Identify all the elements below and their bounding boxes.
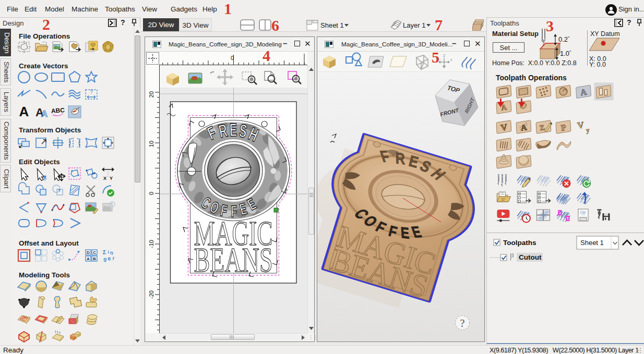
svg-text:Toolpaths: Toolpaths xyxy=(503,239,536,247)
svg-text:A: A xyxy=(19,104,29,119)
svg-text:C: C xyxy=(93,250,96,255)
svg-text:0: 0 xyxy=(231,55,234,61)
svg-text:B: B xyxy=(93,257,96,261)
svg-text:E: E xyxy=(229,120,237,140)
svg-text:Sheet 1: Sheet 1 xyxy=(580,239,604,247)
svg-text:?: ? xyxy=(460,317,464,329)
svg-text:x: x xyxy=(450,58,452,62)
svg-text:e: e xyxy=(107,255,111,262)
svg-text:Z: Z xyxy=(102,249,106,255)
svg-text:Y: Y xyxy=(110,176,113,181)
svg-text:20: 20 xyxy=(148,91,154,97)
svg-text:D: D xyxy=(87,250,90,255)
svg-text:-10: -10 xyxy=(148,240,154,248)
svg-text:?: ? xyxy=(90,89,93,95)
svg-text:-20: -20 xyxy=(148,290,154,299)
svg-text:0: 0 xyxy=(148,192,154,195)
svg-text:y: y xyxy=(586,126,590,135)
svg-text:Cutout: Cutout xyxy=(519,253,542,261)
svg-text:Z: Z xyxy=(443,54,446,57)
svg-text:10: 10 xyxy=(148,141,154,147)
svg-text:i: i xyxy=(108,249,110,254)
svg-text:A: A xyxy=(87,257,90,261)
svg-text:A: A xyxy=(41,109,47,119)
svg-text:g: g xyxy=(103,256,107,262)
svg-text:t: t xyxy=(112,255,114,261)
svg-text:X: X xyxy=(103,176,106,181)
svg-text:V: V xyxy=(577,120,585,131)
svg-text:BEANS: BEANS xyxy=(194,240,273,279)
